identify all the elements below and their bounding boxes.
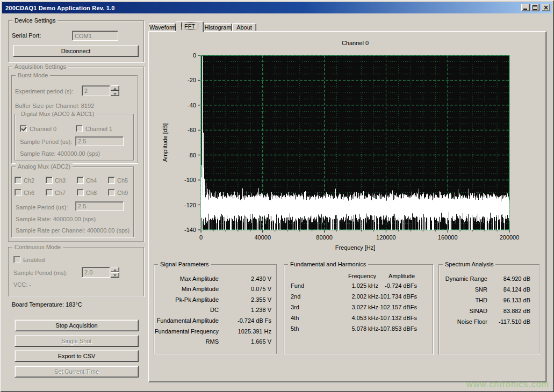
signal-parameters-group: Signal Parameters Max Amplitude2.430 V M… xyxy=(154,264,277,354)
channel1-checkbox[interactable] xyxy=(76,125,83,132)
chart-title: Channel 0 xyxy=(201,40,509,46)
spectrum-label: SNR xyxy=(475,286,487,293)
experiment-period-spinner[interactable]: 2 xyxy=(82,85,119,96)
analog-sample-rate-text: Sample Rate: 400000.00 (sps) xyxy=(16,215,96,223)
spectrum-value: 83.882 dB xyxy=(503,307,530,315)
svg-text:Amplitude [dB]: Amplitude [dB] xyxy=(162,124,168,162)
svg-text:160000: 160000 xyxy=(438,234,458,241)
set-current-time-button[interactable]: Set Current Time xyxy=(15,366,139,378)
analog-sample-rate-per-channel-text: Sample Rate per Channel: 400000.00 (sps) xyxy=(16,227,129,234)
channel0-checkbox[interactable] xyxy=(20,125,27,132)
close-icon: × xyxy=(542,4,550,11)
device-settings-legend: Device Settings xyxy=(12,17,57,24)
single-shot-button[interactable]: Single Shot xyxy=(15,335,139,347)
spectrum-analysis-group: Spectrum Analysis Dynamic Range84.920 dB… xyxy=(438,264,539,354)
enabled-checkbox[interactable] xyxy=(13,256,20,263)
svg-text:-140: -140 xyxy=(184,227,196,233)
harmonic-frequency: 5.078 kHz xyxy=(351,325,378,332)
param-value: 2.430 V xyxy=(251,275,271,282)
spectrum-label: Dynamic Range xyxy=(445,275,487,282)
fft-plot: 040000800001200001600002000000-20-40-60-… xyxy=(153,51,524,255)
spin-up-button[interactable] xyxy=(111,85,119,91)
param-label: Max Amplitude xyxy=(180,275,219,282)
analog-mux-legend: Analog Mux (ADC2) xyxy=(16,163,73,170)
serial-port-value: COM1 xyxy=(75,33,92,39)
channel1-label: Channel 1 xyxy=(85,125,112,133)
board-temperature-text: Board Temperature: 183°C xyxy=(12,301,82,308)
tab-fft[interactable]: FFT xyxy=(176,21,204,32)
close-button[interactable]: × xyxy=(542,4,550,11)
svg-text:40000: 40000 xyxy=(255,234,271,241)
ch8-checkbox[interactable] xyxy=(77,189,84,196)
analog-sample-period-label: Sample Period (us): xyxy=(16,204,68,211)
enabled-label: Enabled xyxy=(23,256,45,264)
arrow-up-icon xyxy=(113,88,117,90)
burst-mode-legend: Burst Mode xyxy=(16,71,50,79)
param-label: Min Amplitude xyxy=(182,285,219,293)
spin-down-button[interactable] xyxy=(111,272,119,278)
serial-port-field[interactable]: COM1 xyxy=(72,31,118,41)
harmonic-name: 3rd xyxy=(291,303,299,311)
continuous-mode-legend: Continuous Mode xyxy=(12,243,63,251)
harmonic-amplitude: -0.724 dBFs xyxy=(385,282,417,289)
ch7-checkbox[interactable] xyxy=(46,189,53,196)
disconnect-button[interactable]: Disconnect xyxy=(13,45,139,57)
svg-text:-100: -100 xyxy=(184,177,196,183)
arrow-up-icon xyxy=(113,269,117,271)
digital-sample-period-value: 2.5 xyxy=(78,138,86,144)
minimize-icon xyxy=(523,9,527,10)
spin-up-button[interactable] xyxy=(111,267,119,272)
continuous-sample-period-label: Sample Period (ms): xyxy=(13,269,67,277)
svg-text:-60: -60 xyxy=(188,127,196,133)
spin-down-button[interactable] xyxy=(111,91,119,96)
digital-sample-period-field[interactable]: 2.5 xyxy=(75,136,124,146)
minimize-button[interactable] xyxy=(521,4,530,11)
continuous-sample-period-spinner[interactable]: 2.0 xyxy=(82,267,119,278)
svg-text:-80: -80 xyxy=(188,152,196,158)
ch9-checkbox[interactable] xyxy=(108,189,115,196)
tab-waveform[interactable]: Waveform xyxy=(149,23,176,31)
harmonic-name: 4th xyxy=(291,314,299,322)
svg-text:-120: -120 xyxy=(184,202,196,208)
harmonic-frequency: 3.027 kHz xyxy=(351,303,378,311)
analog-sample-period-value: 2.5 xyxy=(78,203,86,209)
maximize-button[interactable] xyxy=(531,4,539,11)
svg-text:-20: -20 xyxy=(188,77,196,83)
param-label: Fundamental Amplitude xyxy=(156,317,219,324)
tab-histogram[interactable]: Histogram xyxy=(204,23,232,31)
ch4-checkbox[interactable] xyxy=(77,177,84,184)
digital-mux-legend: Digital Mux (ADC0 & ADC1) xyxy=(19,110,96,118)
svg-text:0: 0 xyxy=(199,234,203,241)
stop-acquisition-button[interactable]: Stop Acquisition xyxy=(15,320,139,331)
acquisition-settings-legend: Acquisition Settings xyxy=(12,63,68,70)
spectrum-value: -117.510 dB xyxy=(499,318,530,325)
spectrum-analysis-legend: Spectrum Analysis xyxy=(443,260,495,268)
param-value: 0.075 V xyxy=(251,285,271,293)
ch6-checkbox[interactable] xyxy=(15,189,21,196)
harmonic-amplitude: -107.132 dBFs xyxy=(378,314,417,322)
harmonics-legend: Fundamental and Harmonics xyxy=(288,260,368,268)
tab-about[interactable]: About xyxy=(232,23,256,31)
param-value: 1.665 V xyxy=(251,338,271,345)
harmonic-name: 5th xyxy=(291,325,299,332)
harmonic-amplitude: -101.734 dBFs xyxy=(378,293,417,300)
spectrum-label: Noise Floor xyxy=(457,318,487,325)
export-csv-button[interactable]: Export to CSV xyxy=(15,350,139,362)
window-controls: × xyxy=(521,4,550,11)
ch3-checkbox[interactable] xyxy=(46,177,53,184)
param-label: Fundamental Frequency xyxy=(155,328,219,335)
harmonic-amplitude: -102.157 dBFs xyxy=(378,303,417,311)
titlebar: 200CDAQ1 Demo Application Rev. 1.0 × xyxy=(2,2,552,13)
svg-text:200000: 200000 xyxy=(500,234,520,241)
ch9-label: Ch9 xyxy=(117,189,128,197)
svg-text:-40: -40 xyxy=(188,102,196,108)
ch2-checkbox[interactable] xyxy=(15,177,21,184)
spectrum-label: SINAD xyxy=(469,307,487,315)
ch2-label: Ch2 xyxy=(24,177,34,184)
param-value: 1025.391 Hz xyxy=(238,328,271,335)
ch5-checkbox[interactable] xyxy=(108,177,115,184)
spinner-buttons xyxy=(111,267,119,278)
continuous-sample-period-value: 2.0 xyxy=(82,267,110,278)
ch8-label: Ch8 xyxy=(86,189,97,197)
analog-sample-period-field[interactable]: 2.5 xyxy=(75,201,124,211)
